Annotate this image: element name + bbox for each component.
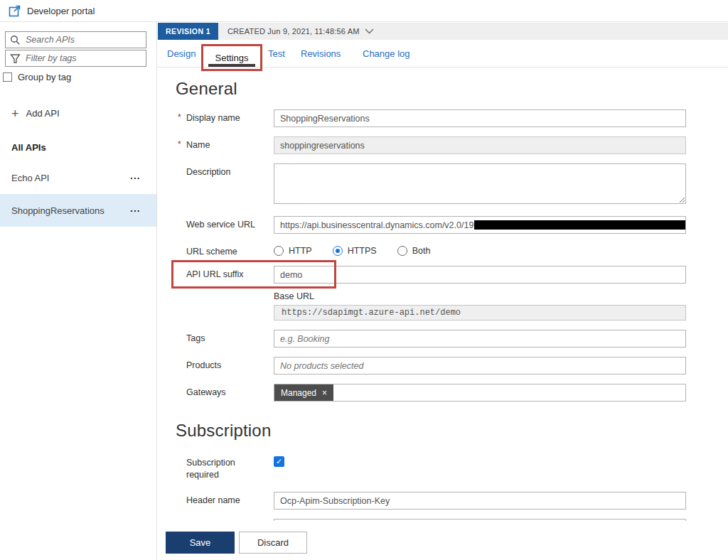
name-input [274, 136, 686, 154]
gateway-chip-label: Managed [281, 388, 316, 398]
web-service-url-prefix: https://api.businesscentral.dynamics.com… [280, 220, 473, 230]
base-url-value: https://sdapimgt.azure-api.net/demo [274, 305, 686, 321]
api-url-suffix-label: API URL suffix [176, 266, 274, 284]
header-name-input[interactable] [274, 492, 686, 510]
filter-by-tags-input[interactable] [26, 53, 141, 63]
check-icon: ✓ [276, 457, 282, 465]
radio-both[interactable]: Both [397, 246, 431, 256]
gateways-label: Gateways [176, 384, 274, 402]
plus-icon: + [11, 109, 19, 119]
search-icon [10, 35, 21, 45]
main-panel: REVISION 1 CREATED Jun 9, 2021, 11:48:56… [158, 22, 728, 560]
save-button[interactable]: Save [166, 532, 235, 554]
description-textarea[interactable] [274, 163, 686, 204]
base-url-block: Base URL https://sdapimgt.azure-api.net/… [274, 291, 686, 321]
subscription-required-checkbox[interactable]: ✓ [274, 456, 284, 467]
display-name-input[interactable] [274, 109, 686, 127]
radio-both-label: Both [412, 246, 431, 256]
tab-test[interactable]: Test [268, 40, 285, 68]
api-list: Echo API ••• ShoppingReservations ••• [0, 161, 156, 227]
context-menu-icon[interactable]: ••• [131, 208, 141, 214]
revision-badge: REVISION 1 [158, 23, 218, 40]
tab-settings[interactable]: Settings [215, 53, 249, 63]
discard-button[interactable]: Discard [239, 532, 307, 554]
sidebar-item-echo-api[interactable]: Echo API ••• [0, 161, 156, 194]
revision-bar: REVISION 1 CREATED Jun 9, 2021, 11:48:56… [158, 23, 728, 40]
required-marker: * [178, 139, 181, 149]
add-api-label: Add API [26, 108, 60, 119]
name-label: Name [186, 140, 210, 150]
web-service-url-label: Web service URL [176, 216, 274, 234]
web-service-url-input[interactable]: https://api.businesscentral.dynamics.com… [274, 216, 686, 234]
gateway-chip-managed: Managed × [274, 384, 333, 401]
required-marker: * [178, 112, 181, 122]
add-api-button[interactable]: + Add API [11, 108, 156, 119]
settings-annotation-box: Settings [201, 44, 262, 71]
action-bar: Save Discard [158, 521, 728, 560]
header-name-label: Header name [176, 492, 274, 510]
search-apis-box[interactable] [5, 31, 146, 48]
products-label: Products [176, 357, 274, 375]
name-label-row: * Name [176, 136, 274, 154]
gateways-input[interactable]: Managed × [274, 384, 686, 402]
radio-http[interactable]: HTTP [274, 246, 312, 256]
developer-portal-label: Developer portal [27, 6, 95, 16]
api-name: ShoppingReservations [11, 205, 105, 216]
general-heading: General [176, 79, 728, 99]
external-link-icon [9, 5, 21, 17]
redaction-bar [474, 220, 686, 230]
radio-https[interactable]: HTTPS [333, 246, 377, 256]
products-input[interactable] [274, 357, 686, 375]
search-apis-input[interactable] [26, 35, 141, 45]
group-by-tag-checkbox[interactable] [3, 72, 12, 82]
chip-remove-icon[interactable]: × [322, 388, 327, 398]
base-url-label: Base URL [274, 291, 686, 301]
subscription-required-label: Subscription required [176, 453, 274, 481]
api-name: Echo API [11, 173, 49, 183]
radio-selected-icon[interactable] [333, 246, 343, 256]
tab-revisions[interactable]: Revisions [301, 40, 341, 68]
tags-input[interactable] [274, 330, 686, 348]
display-name-label: Display name [186, 113, 240, 123]
radio-http-label: HTTP [289, 246, 312, 256]
api-url-suffix-input[interactable] [274, 266, 686, 284]
subscription-heading: Subscription [176, 421, 728, 441]
display-name-label-row: * Display name [176, 109, 274, 127]
url-scheme-radio-group: HTTP HTTPS Both [274, 243, 686, 256]
developer-portal-link[interactable]: Developer portal [0, 0, 728, 22]
sidebar-item-shoppingreservations[interactable]: ShoppingReservations ••• [0, 194, 156, 227]
active-tab-underline [208, 64, 255, 67]
context-menu-icon[interactable]: ••• [131, 175, 141, 181]
filter-by-tags-box[interactable] [5, 50, 146, 67]
radio-https-label: HTTPS [348, 246, 377, 256]
chevron-down-icon[interactable] [365, 28, 374, 34]
radio-icon[interactable] [397, 246, 407, 256]
all-apis-heading: All APIs [11, 142, 156, 153]
tags-label: Tags [176, 330, 274, 348]
tab-design[interactable]: Design [167, 40, 196, 68]
revision-created-label: CREATED Jun 9, 2021, 11:48:56 AM [228, 27, 360, 36]
api-sidebar: Group by tag + Add API All APIs Echo API… [0, 22, 157, 560]
settings-form: General * Display name * Name [158, 68, 728, 537]
filter-icon [10, 53, 21, 64]
group-by-tag-label: Group by tag [18, 72, 71, 82]
tab-change-log[interactable]: Change log [363, 40, 410, 68]
url-scheme-label: URL scheme [176, 243, 274, 266]
radio-icon[interactable] [274, 246, 284, 256]
tab-bar: Design Settings Test Revisions Change lo… [158, 40, 728, 68]
description-label: Description [176, 163, 274, 207]
